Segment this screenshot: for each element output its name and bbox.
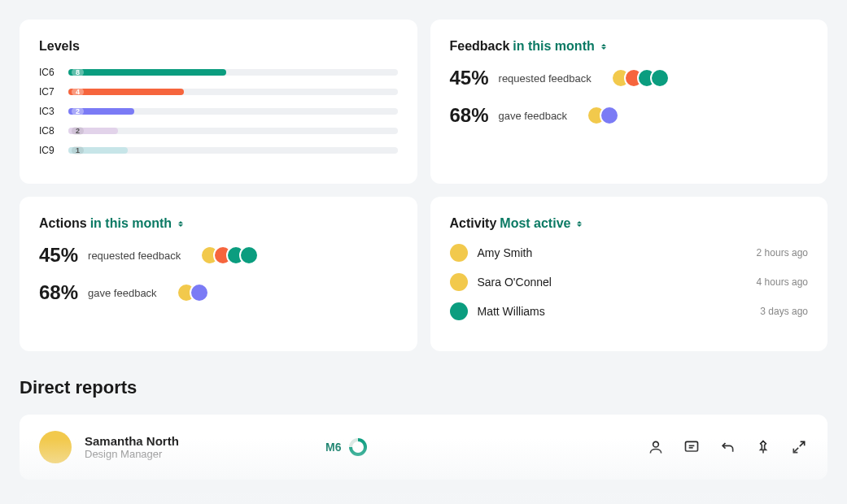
level-badge: 2 [72,107,84,115]
stat-label: gave feedback [88,287,157,299]
levels-title: Levels [39,39,398,54]
report-info: Samantha North Design Manager [85,434,312,460]
stat-label: requested feedback [499,72,592,85]
activity-title-text: Activity [450,216,497,231]
actions-period: in this month [90,216,172,231]
level-label: IC9 [39,145,60,156]
activity-name: Sara O'Connel [478,276,747,289]
activity-item[interactable]: Sara O'Connel 4 hours ago [450,273,809,291]
report-role: Design Manager [85,448,312,460]
activity-time: 2 hours ago [757,247,808,259]
direct-reports-title: Direct reports [20,377,827,398]
report-name: Samantha North [85,434,312,448]
avatar-stack [177,283,209,302]
activity-item[interactable]: Amy Smith 2 hours ago [450,244,809,262]
report-level-area: M6 [325,438,367,456]
avatar[interactable] [600,106,619,125]
activity-sort: Most active [500,216,570,231]
level-bar-fill: 1 [68,147,128,154]
avatar[interactable] [190,283,209,302]
level-row: IC8 2 [39,125,398,137]
report-level: M6 [325,441,341,454]
activity-name: Matt Williams [478,305,751,318]
stat-label: gave feedback [499,110,568,122]
level-bar-track: 2 [68,128,398,134]
feedback-title[interactable]: Feedback in this month [450,39,809,54]
avatar [450,244,468,262]
activity-time: 3 days ago [760,306,808,317]
level-bar-track: 1 [68,147,398,154]
level-badge: 2 [72,127,84,135]
stat-percentage: 68% [39,281,78,304]
activity-item[interactable]: Matt Williams 3 days ago [450,302,809,320]
report-card[interactable]: Samantha North Design Manager M6 [20,415,827,480]
actions-card: Actions in this month 45% requested feed… [20,197,417,351]
stat-row: 45% requested feedback [39,244,398,267]
avatar-stack [200,245,259,265]
stat-label: requested feedback [88,250,181,262]
level-label: IC6 [39,67,60,78]
level-bar-fill: 8 [68,69,226,76]
expand-icon[interactable] [790,438,808,456]
actions-title[interactable]: Actions in this month [39,216,398,231]
pin-icon[interactable] [754,438,772,456]
level-badge: 4 [72,88,84,96]
level-row: IC3 2 [39,106,398,117]
level-row: IC6 8 [39,67,398,78]
activity-time: 4 hours ago [757,276,808,288]
avatar-stack [587,106,619,125]
avatar[interactable] [650,68,670,88]
activity-card: Activity Most active Amy Smith 2 hours a… [430,197,828,351]
level-label: IC8 [39,125,60,137]
activity-name: Amy Smith [478,246,747,259]
level-bar-fill: 4 [68,89,184,95]
avatar-stack [611,68,670,88]
actions-title-text: Actions [39,216,87,231]
level-badge: 8 [72,68,84,76]
feedback-title-text: Feedback [450,39,510,54]
level-bar-track: 4 [68,89,398,95]
level-label: IC7 [39,86,60,98]
stat-percentage: 45% [39,244,78,267]
stat-row: 68% gave feedback [450,104,809,127]
levels-card: Levels IC6 8 IC7 4 IC3 2 IC8 2 IC9 [20,20,417,184]
level-bar-track: 2 [68,108,398,115]
comment-icon[interactable] [683,438,701,456]
report-actions [647,438,808,456]
level-label: IC3 [39,106,60,117]
person-icon[interactable] [647,438,665,456]
sort-icon[interactable] [577,221,582,227]
avatar [450,273,468,291]
activity-title[interactable]: Activity Most active [450,216,809,231]
sort-icon[interactable] [178,221,183,227]
avatar[interactable] [239,245,259,265]
stat-percentage: 45% [450,67,489,89]
stat-row: 68% gave feedback [39,281,398,304]
level-bar-track: 8 [68,69,398,76]
sort-icon[interactable] [601,44,606,50]
stat-row: 45% requested feedback [450,67,809,89]
stat-percentage: 68% [450,104,489,127]
level-row: IC9 1 [39,145,398,156]
level-row: IC7 4 [39,86,398,98]
level-bar-fill: 2 [68,128,118,134]
report-card[interactable]: Kate Jacobs Marketer IC3 [20,493,827,504]
svg-point-0 [653,441,659,447]
feedback-card: Feedback in this month 45% requested fee… [430,20,828,184]
avatar [39,431,72,463]
return-icon[interactable] [718,438,736,456]
feedback-period: in this month [513,39,594,54]
level-bar-fill: 2 [68,108,134,115]
progress-donut [349,438,367,456]
avatar [450,302,468,320]
level-badge: 1 [72,146,84,154]
